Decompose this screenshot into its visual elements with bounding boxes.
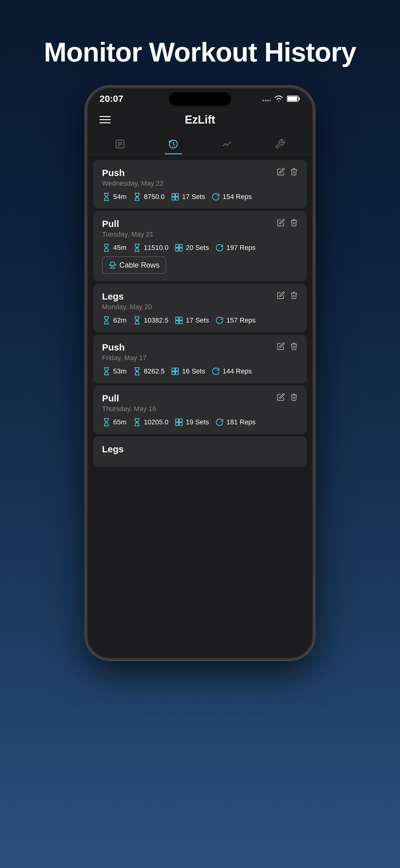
workout-card-3: Legs Monday, May 20 xyxy=(93,284,307,332)
tab-tools[interactable] xyxy=(265,136,295,154)
workout-card-1-actions xyxy=(277,168,298,178)
delete-icon xyxy=(290,393,298,401)
reps-icon xyxy=(215,316,224,325)
edit-icon xyxy=(277,342,285,350)
delete-icon xyxy=(290,219,298,227)
delete-workout-5-button[interactable] xyxy=(290,393,298,403)
phone-frame: 20:07 xyxy=(85,86,315,660)
svg-rect-30 xyxy=(172,372,175,374)
workout-card-5-name: Pull xyxy=(102,393,156,404)
status-time: 20:07 xyxy=(100,93,124,104)
svg-rect-24 xyxy=(179,317,182,320)
svg-rect-21 xyxy=(179,248,182,251)
stat-duration-4: 53m xyxy=(102,367,127,376)
delete-workout-3-button[interactable] xyxy=(290,291,298,301)
workout-card-4: Push Friday, May 17 xyxy=(93,335,307,383)
tab-log[interactable] xyxy=(105,136,135,154)
workout-card-2-info: Pull Tuesday, May 21 xyxy=(102,219,154,239)
workout-card-2-header: Pull Tuesday, May 21 xyxy=(102,219,298,239)
stat-sets-3: 17 Sets xyxy=(174,316,209,325)
svg-point-2 xyxy=(267,100,269,101)
stat-reps-4: 144 Reps xyxy=(211,367,252,376)
tab-history[interactable] xyxy=(159,136,188,154)
volume-icon xyxy=(133,367,141,376)
workout-card-1-name: Push xyxy=(102,168,164,178)
stat-sets-4: 16 Sets xyxy=(171,367,205,376)
workout-card-4-name: Push xyxy=(102,342,147,353)
edit-workout-4-button[interactable] xyxy=(277,342,285,352)
volume-icon xyxy=(133,192,141,201)
workout-card-6: Legs xyxy=(93,436,307,467)
svg-point-1 xyxy=(265,100,267,101)
svg-rect-33 xyxy=(176,419,178,422)
workout-card-3-stats: 62m 10382.5 xyxy=(102,316,298,325)
workout-list: Push Wednesday, May 22 xyxy=(87,155,313,470)
sets-icon xyxy=(174,316,183,325)
reps-icon xyxy=(211,367,220,376)
workout-card-2: Pull Tuesday, May 21 xyxy=(93,211,307,281)
svg-rect-13 xyxy=(172,193,175,196)
svg-rect-16 xyxy=(175,197,178,200)
svg-point-3 xyxy=(270,100,271,101)
workout-card-5-actions xyxy=(277,393,298,403)
cable-rows-badge-button[interactable]: Cable Rows xyxy=(102,256,166,274)
stat-volume-4: 8262.5 xyxy=(133,367,165,376)
page-title-area: Monitor Workout History xyxy=(19,0,381,86)
svg-rect-25 xyxy=(176,321,178,323)
stat-duration-3: 62m xyxy=(102,316,127,325)
wifi-icon xyxy=(274,95,284,102)
workout-card-6-name: Legs xyxy=(102,444,124,455)
workout-card-3-actions xyxy=(277,291,298,301)
edit-icon xyxy=(277,219,285,227)
trophy-icon xyxy=(109,261,116,269)
stat-reps-5: 181 Reps xyxy=(215,418,256,427)
reps-icon xyxy=(211,192,220,201)
delete-workout-1-button[interactable] xyxy=(290,168,298,178)
svg-rect-19 xyxy=(179,244,182,247)
volume-icon xyxy=(133,243,141,252)
menu-button[interactable] xyxy=(100,116,111,123)
svg-rect-26 xyxy=(179,321,182,323)
stat-sets-1: 17 Sets xyxy=(171,192,205,201)
hourglass-icon xyxy=(102,367,111,376)
dynamic-island xyxy=(169,92,231,106)
progress-icon xyxy=(222,139,232,149)
workout-card-3-name: Legs xyxy=(102,291,152,302)
stat-duration-5: 65m xyxy=(102,418,127,427)
hourglass-icon xyxy=(102,192,111,201)
delete-workout-2-button[interactable] xyxy=(290,219,298,228)
edit-workout-3-button[interactable] xyxy=(277,291,285,301)
svg-rect-5 xyxy=(288,97,297,101)
workout-card-6-info: Legs xyxy=(102,444,124,455)
tab-bar xyxy=(87,132,313,155)
workout-card-6-header: Legs xyxy=(102,444,298,455)
workout-card-5-header: Pull Thursday, May 16 xyxy=(102,393,298,413)
edit-workout-1-button[interactable] xyxy=(277,168,285,178)
svg-rect-20 xyxy=(176,248,178,251)
workout-card-3-date: Monday, May 20 xyxy=(102,303,152,311)
log-icon xyxy=(115,139,125,149)
svg-rect-28 xyxy=(172,368,175,371)
sets-icon xyxy=(174,418,183,427)
stat-volume-5: 10205.0 xyxy=(133,418,169,427)
stat-volume-2: 11510.0 xyxy=(133,243,169,252)
edit-workout-5-button[interactable] xyxy=(277,393,285,403)
app-header: EzLift xyxy=(87,107,313,132)
workout-card-1: Push Wednesday, May 22 xyxy=(93,160,307,209)
workout-card-5-stats: 65m 10205.0 xyxy=(102,418,298,427)
workout-card-5-info: Pull Thursday, May 16 xyxy=(102,393,156,413)
svg-rect-14 xyxy=(175,193,178,196)
edit-workout-2-button[interactable] xyxy=(277,219,285,228)
svg-rect-31 xyxy=(175,372,178,374)
workout-card-1-date: Wednesday, May 22 xyxy=(102,180,164,187)
stat-reps-2: 197 Reps xyxy=(215,243,256,252)
delete-icon xyxy=(290,342,298,350)
stat-duration-1: 54m xyxy=(102,192,127,201)
svg-rect-29 xyxy=(175,368,178,371)
history-icon xyxy=(168,139,178,149)
hourglass-icon xyxy=(102,418,111,427)
tab-progress[interactable] xyxy=(212,136,241,154)
workout-card-4-actions xyxy=(277,342,298,352)
delete-workout-4-button[interactable] xyxy=(290,342,298,352)
sets-icon xyxy=(171,367,179,376)
